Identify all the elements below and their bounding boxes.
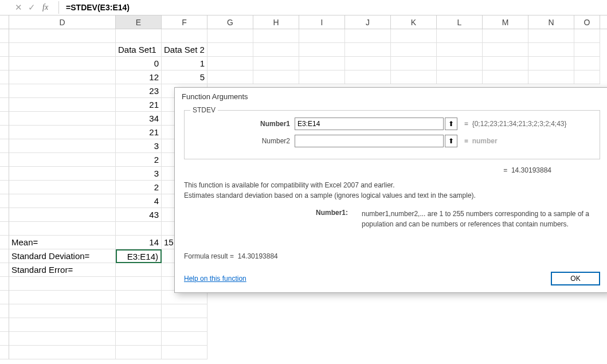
cell[interactable]: 23 xyxy=(116,84,162,98)
ok-button[interactable]: OK xyxy=(551,272,600,285)
cell[interactable] xyxy=(299,29,345,43)
cell[interactable] xyxy=(253,57,299,71)
cell[interactable] xyxy=(116,304,162,318)
col-header-o[interactable]: O xyxy=(574,15,600,29)
cell[interactable]: 21 xyxy=(116,126,162,139)
cell[interactable] xyxy=(391,29,437,43)
cell[interactable] xyxy=(9,346,116,359)
help-link[interactable]: Help on this function xyxy=(184,275,246,283)
cell[interactable] xyxy=(345,71,391,84)
cell[interactable]: 12 xyxy=(116,71,162,84)
cell[interactable] xyxy=(299,71,345,84)
cell[interactable] xyxy=(162,29,207,43)
cell[interactable]: Data Set 2 xyxy=(162,43,207,57)
col-header-d[interactable]: D xyxy=(9,15,116,29)
number2-input[interactable] xyxy=(295,135,444,147)
cell[interactable] xyxy=(9,318,116,332)
cell[interactable] xyxy=(9,222,116,236)
cell[interactable] xyxy=(528,71,574,84)
cell[interactable] xyxy=(253,71,299,84)
cell[interactable] xyxy=(207,43,253,57)
cell[interactable]: 0 xyxy=(116,57,162,71)
cell[interactable] xyxy=(162,304,207,318)
cell[interactable]: 1 xyxy=(162,57,207,71)
cell[interactable] xyxy=(483,71,528,84)
cell[interactable] xyxy=(483,57,528,71)
cell[interactable] xyxy=(574,29,600,43)
cell[interactable] xyxy=(9,98,116,112)
cell[interactable] xyxy=(207,57,253,71)
cell[interactable] xyxy=(207,71,253,84)
cell[interactable] xyxy=(116,291,162,304)
formula-input[interactable]: =STDEV(E3:E14) xyxy=(61,3,607,12)
accept-icon[interactable]: ✓ xyxy=(28,2,36,13)
cell[interactable] xyxy=(528,43,574,57)
cell[interactable] xyxy=(9,167,116,181)
cell[interactable] xyxy=(528,29,574,43)
cell[interactable] xyxy=(9,57,116,71)
cell[interactable] xyxy=(391,57,437,71)
cell[interactable] xyxy=(9,194,116,208)
cell[interactable] xyxy=(391,43,437,57)
cell[interactable]: 2 xyxy=(116,181,162,194)
cell[interactable]: Data Set1 xyxy=(116,43,162,57)
cell[interactable] xyxy=(9,277,116,291)
cell[interactable] xyxy=(574,57,600,71)
cell[interactable] xyxy=(9,153,116,167)
cell[interactable] xyxy=(116,29,162,43)
cell[interactable] xyxy=(162,346,207,359)
cell[interactable]: 3 xyxy=(116,139,162,153)
collapse-dialog-button[interactable]: ⬆ xyxy=(445,118,457,130)
cell[interactable] xyxy=(253,43,299,57)
cell[interactable] xyxy=(9,291,116,304)
active-cell[interactable]: E3:E14) xyxy=(116,249,162,263)
cell[interactable] xyxy=(207,29,253,43)
cell[interactable]: 2 xyxy=(116,153,162,167)
cell[interactable]: 21 xyxy=(116,98,162,112)
cell[interactable] xyxy=(437,57,483,71)
cell[interactable]: 4 xyxy=(116,194,162,208)
cell[interactable] xyxy=(9,208,116,222)
cell[interactable] xyxy=(116,318,162,332)
cell-stddev-label[interactable]: Standard Deviation= xyxy=(9,249,116,263)
col-header-f[interactable]: F xyxy=(162,15,207,29)
col-header-m[interactable]: M xyxy=(483,15,528,29)
cancel-icon[interactable]: ✕ xyxy=(15,2,22,13)
number1-input[interactable] xyxy=(295,118,444,130)
col-header-g[interactable]: G xyxy=(207,15,253,29)
cell[interactable] xyxy=(162,318,207,332)
cell[interactable]: 43 xyxy=(116,208,162,222)
cell[interactable]: 5 xyxy=(162,71,207,84)
cell[interactable]: 34 xyxy=(116,112,162,126)
cell[interactable] xyxy=(253,29,299,43)
cell[interactable] xyxy=(437,71,483,84)
cell[interactable] xyxy=(574,71,600,84)
cell-mean-label[interactable]: Mean= xyxy=(9,236,116,249)
cell[interactable] xyxy=(9,126,116,139)
corner-cell[interactable] xyxy=(0,15,9,29)
col-header-k[interactable]: K xyxy=(391,15,437,29)
collapse-dialog-button[interactable]: ⬆ xyxy=(445,135,457,147)
col-header-e[interactable]: E xyxy=(116,15,162,29)
cell[interactable] xyxy=(116,263,162,277)
cell[interactable] xyxy=(9,43,116,57)
cell[interactable]: 3 xyxy=(116,167,162,181)
cell[interactable] xyxy=(299,43,345,57)
cell[interactable] xyxy=(9,181,116,194)
col-header-l[interactable]: L xyxy=(437,15,483,29)
cell[interactable] xyxy=(162,332,207,346)
cell[interactable] xyxy=(116,346,162,359)
cell[interactable] xyxy=(9,139,116,153)
cell[interactable] xyxy=(345,29,391,43)
cell[interactable] xyxy=(9,71,116,84)
fx-icon[interactable]: fx xyxy=(41,3,49,12)
cell[interactable] xyxy=(437,29,483,43)
cell[interactable] xyxy=(483,29,528,43)
cell[interactable] xyxy=(437,43,483,57)
cell[interactable] xyxy=(9,304,116,318)
cell[interactable] xyxy=(299,57,345,71)
cell[interactable] xyxy=(391,71,437,84)
cell[interactable] xyxy=(116,332,162,346)
col-header-j[interactable]: J xyxy=(345,15,391,29)
cell[interactable] xyxy=(574,43,600,57)
